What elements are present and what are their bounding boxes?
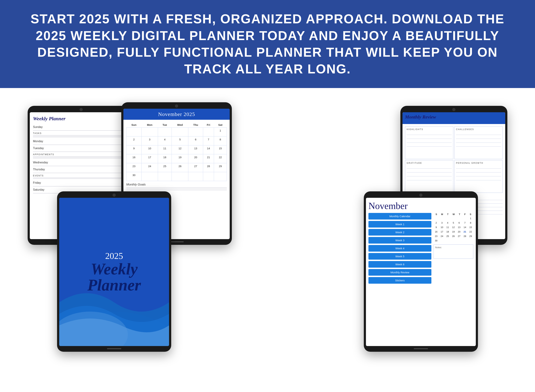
nav-btn-week4[interactable]: Week 4 — [369, 245, 431, 252]
table-row: 7 — [203, 136, 214, 145]
nav-btn-week2[interactable]: Week 2 — [369, 229, 431, 236]
table-row: 13 — [188, 145, 203, 154]
nav-btn-week1[interactable]: Week 1 — [369, 221, 431, 228]
table-row: 24 — [439, 234, 445, 238]
table-row — [456, 238, 462, 243]
table-row: 8 — [214, 136, 227, 145]
wp-day-thursday: Thursday — [33, 168, 45, 171]
camera-dot-nav — [419, 193, 422, 197]
mr-highlights-label: HIGHLIGHTS — [407, 128, 452, 131]
table-row: 22 — [214, 154, 227, 163]
mr-gratitude-label: GRATITUDE — [407, 162, 452, 164]
table-row — [462, 238, 468, 243]
table-row: 25 — [445, 234, 450, 238]
table-row: 20 — [456, 230, 462, 234]
tablet-cover: 2025 Weekly Planner — [57, 191, 171, 352]
table-row: 23 — [434, 234, 439, 238]
mr-gratitude-lines — [407, 165, 452, 180]
mr-personal-growth-label: PERSONAL GROWTH — [456, 162, 501, 164]
mr-cell-personal-growth: PERSONAL GROWTH — [455, 160, 503, 193]
camera-dot-cover — [113, 193, 116, 197]
wp-appt-line3 — [33, 158, 129, 159]
goals-line3 — [126, 190, 227, 190]
table-row: 2 — [126, 136, 142, 145]
nav-btn-stickers[interactable]: Stickers — [369, 277, 431, 284]
table-row: 21 — [462, 230, 468, 234]
mini-cal-m: M — [441, 213, 443, 216]
table-row: 19 — [172, 154, 188, 163]
cal-th-sun: Sun — [126, 122, 142, 128]
header-text: START 2025 WITH A FRESH, ORGANIZED APPRO… — [21, 11, 514, 77]
table-row — [451, 238, 456, 243]
cal-th-sat: Sat — [214, 122, 227, 128]
tablet-bottom-bar-cal — [169, 241, 184, 242]
table-row: 26 — [451, 234, 456, 238]
wp-appointments-label: APPOINTMENTS — [33, 153, 129, 156]
wp-events-label: EVENTS — [33, 174, 129, 177]
nav-btn-week5[interactable]: Week 5 — [369, 253, 431, 260]
table-row — [439, 238, 445, 243]
table-row: 14 — [462, 225, 468, 229]
screen-cover: 2025 Weekly Planner — [59, 198, 169, 346]
nav-button-list: Monthly Calendar Week 1 Week 2 Week 3 We… — [369, 213, 431, 284]
wp-row-tuesday: Tuesday 28 Oct — [33, 145, 129, 152]
nav-btn-monthly-review[interactable]: Monthly Review — [369, 269, 431, 276]
cal-th-fri: Fri — [203, 122, 214, 128]
table-row: 18 — [445, 230, 450, 234]
table-row — [451, 216, 456, 220]
table-row — [172, 172, 188, 181]
wp-day-wednesday: Wednesday — [33, 161, 48, 164]
table-row — [203, 172, 214, 181]
nov-cal-header-bar: November 2025 — [123, 109, 230, 120]
calendar-grid: Sun Mon Tue Wed Thu Fri Sat — [126, 122, 227, 181]
mr-cell-gratitude: GRATITUDE — [405, 160, 453, 193]
table-row — [142, 172, 158, 181]
table-row: 3 — [142, 136, 158, 145]
mr-header-bar: Monthly Review — [402, 112, 505, 124]
cover-planner: Planner — [87, 277, 141, 293]
table-row: 1 — [214, 128, 227, 136]
table-row: 5 — [172, 136, 188, 145]
tablet-november-nav: November Monthly Calendar Week 1 Week 2 … — [364, 191, 478, 352]
mini-cal-s1: S — [436, 213, 437, 216]
table-row: 9 — [126, 145, 142, 154]
cover-year: 2025 — [105, 251, 123, 261]
table-row: 4 — [445, 221, 450, 225]
table-row — [445, 238, 450, 243]
mini-cal-f: F — [464, 213, 466, 216]
nav-btn-week6[interactable]: Week 6 — [369, 261, 431, 268]
nav-content: November Monthly Calendar Week 1 Week 2 … — [366, 198, 476, 346]
table-row: 28 — [462, 234, 468, 238]
mr-personal-growth-lines — [456, 165, 501, 180]
table-row: 11 — [158, 145, 172, 154]
mr-title: Monthly Review — [405, 114, 503, 120]
table-row: 10 — [439, 225, 445, 229]
table-row: 13 — [456, 225, 462, 229]
nav-notes: Notes: — [434, 244, 473, 259]
table-row — [434, 216, 439, 220]
table-row: 25 — [158, 163, 172, 172]
table-row — [158, 128, 172, 136]
table-row: 29 — [214, 163, 227, 172]
mr-challenges-lines — [456, 132, 501, 147]
nav-main-layout: Monthly Calendar Week 1 Week 2 Week 3 We… — [369, 213, 473, 286]
wp-day-saturday: Saturday — [33, 188, 44, 191]
wp-day-monday: Monday — [33, 140, 43, 143]
cal-th-wed: Wed — [172, 122, 188, 128]
wp-day-sunday: Sunday — [33, 126, 43, 129]
nav-btn-week3[interactable]: Week 3 — [369, 237, 431, 243]
mr-cell-highlights: HIGHLIGHTS — [405, 126, 453, 159]
wp-events-line2 — [33, 178, 129, 179]
mr-highlights-lines — [407, 132, 452, 147]
table-row — [439, 216, 445, 220]
table-row: 12 — [451, 225, 456, 229]
wp-day-friday: Friday — [33, 181, 41, 184]
cover-weekly: Weekly — [91, 261, 137, 277]
wp-appt-line1 — [33, 156, 129, 157]
mini-cal-t2: T — [459, 213, 460, 216]
nav-btn-monthly-calendar[interactable]: Monthly Calendar — [369, 213, 431, 219]
table-row: 19 — [451, 230, 456, 234]
table-row — [462, 216, 468, 220]
table-row: 16 — [126, 154, 142, 163]
screen-november-nav: November Monthly Calendar Week 1 Week 2 … — [366, 198, 476, 346]
